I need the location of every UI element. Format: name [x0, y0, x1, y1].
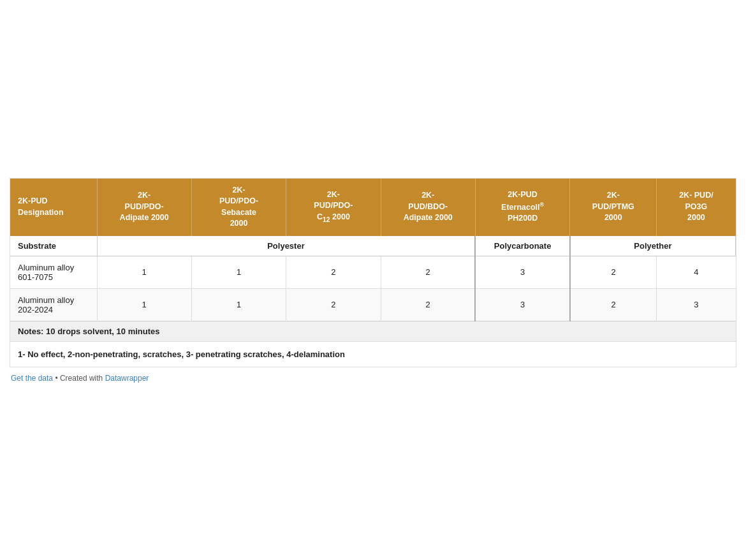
header-pdo-sebacate: 2K- PUD/PDO- Sebacate 2000 [191, 179, 286, 236]
table-row: Aluminum alloy 601-7075 1 1 2 2 3 2 4 [10, 256, 736, 288]
cell-bdo-adipate-1: 2 [381, 256, 475, 288]
subheader-polyester: Polyester [97, 236, 475, 256]
header-pdo-c12: 2K- PUD/PDO- C12 2000 [286, 179, 381, 236]
header-designation: 2K-PUD Designation [10, 179, 97, 236]
cell-ptmg-1: 2 [570, 256, 657, 288]
get-data-link[interactable]: Get the data [11, 374, 55, 383]
table-container: 2K-PUD Designation 2K- PUD/PDO- Adipate … [10, 178, 736, 367]
subheader-polyether: Polyether [570, 236, 736, 256]
notes-row: Notes: 10 drops solvent, 10 minutes [10, 321, 736, 341]
subheader-polycarbonate: Polycarbonate [475, 236, 569, 256]
main-table: 2K-PUD Designation 2K- PUD/PDO- Adipate … [10, 179, 736, 367]
legend-row: 1- No effect, 2-non-penetrating, scratch… [10, 341, 736, 367]
header-eternacoll: 2K-PUD Eternacoll® PH200D [475, 179, 569, 236]
cell-substrate-1: Aluminum alloy 601-7075 [10, 256, 97, 288]
cell-eternacoll-2: 3 [475, 288, 569, 321]
cell-pdo-c12-1: 2 [286, 256, 381, 288]
table-row: Aluminum alloy 202-2024 1 1 2 2 3 2 3 [10, 288, 736, 321]
cell-po3g-1: 4 [657, 256, 736, 288]
datawrapper-link[interactable]: Datawrapper [105, 374, 149, 383]
cell-bdo-adipate-2: 2 [381, 288, 475, 321]
cell-pdo-adipate-1: 1 [97, 256, 191, 288]
header-po3g: 2K- PUD/ PO3G 2000 [657, 179, 736, 236]
cell-substrate-2: Aluminum alloy 202-2024 [10, 288, 97, 321]
subheader-row: Substrate Polyester Polycarbonate Polyet… [10, 236, 736, 256]
cell-pdo-adipate-2: 1 [97, 288, 191, 321]
header-bdo-adipate: 2K- PUD/BDO- Adipate 2000 [381, 179, 475, 236]
cell-eternacoll-1: 3 [475, 256, 569, 288]
header-row: 2K-PUD Designation 2K- PUD/PDO- Adipate … [10, 179, 736, 236]
notes-cell: Notes: 10 drops solvent, 10 minutes [10, 321, 736, 341]
legend-cell: 1- No effect, 2-non-penetrating, scratch… [10, 341, 736, 367]
cell-ptmg-2: 2 [570, 288, 657, 321]
cell-pdo-sebacate-1: 1 [191, 256, 286, 288]
header-pdo-adipate: 2K- PUD/PDO- Adipate 2000 [97, 179, 191, 236]
cell-pdo-c12-2: 2 [286, 288, 381, 321]
footer: Get the data • Created with Datawrapper [10, 374, 736, 383]
subheader-substrate: Substrate [10, 236, 97, 256]
page-wrapper: 2K-PUD Designation 2K- PUD/PDO- Adipate … [10, 165, 736, 395]
header-ptmg: 2K- PUD/PTMG 2000 [570, 179, 657, 236]
cell-pdo-sebacate-2: 1 [191, 288, 286, 321]
cell-po3g-2: 3 [657, 288, 736, 321]
